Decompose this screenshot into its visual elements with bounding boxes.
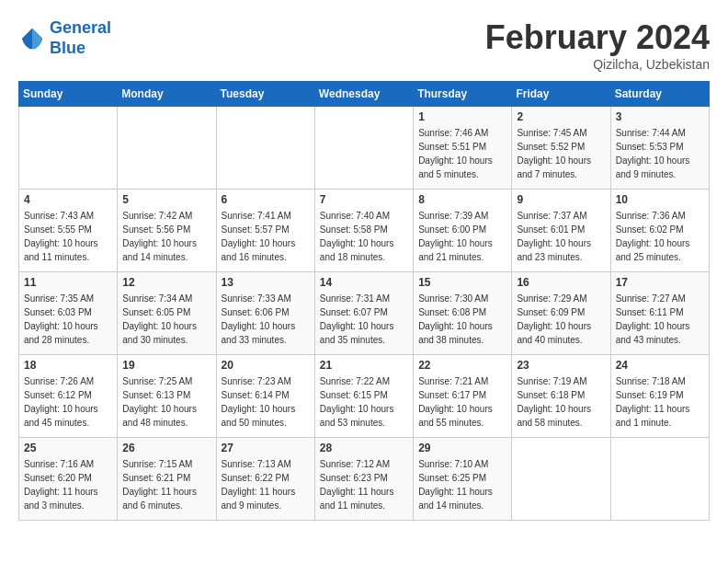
day-number: 14	[320, 276, 408, 289]
day-info: Sunrise: 7:27 AM Sunset: 6:11 PM Dayligh…	[616, 292, 704, 347]
calendar-cell: 8Sunrise: 7:39 AM Sunset: 6:00 PM Daylig…	[414, 190, 512, 272]
weekday-row: SundayMondayTuesdayWednesdayThursdayFrid…	[19, 82, 710, 107]
day-info: Sunrise: 7:23 AM Sunset: 6:14 PM Dayligh…	[222, 374, 310, 430]
calendar-cell: 21Sunrise: 7:22 AM Sunset: 6:15 PM Dayli…	[314, 355, 413, 438]
weekday-header: Tuesday	[216, 82, 314, 107]
day-number: 13	[222, 276, 310, 289]
weekday-header: Monday	[118, 82, 216, 107]
calendar-cell: 3Sunrise: 7:44 AM Sunset: 5:53 PM Daylig…	[610, 107, 709, 190]
day-info: Sunrise: 7:36 AM Sunset: 6:02 PM Dayligh…	[616, 209, 704, 264]
calendar-cell: 14Sunrise: 7:31 AM Sunset: 6:07 PM Dayli…	[314, 272, 413, 355]
day-info: Sunrise: 7:16 AM Sunset: 6:20 PM Dayligh…	[24, 457, 112, 512]
day-number: 3	[616, 110, 704, 123]
calendar-cell: 16Sunrise: 7:29 AM Sunset: 6:09 PM Dayli…	[512, 272, 610, 355]
day-info: Sunrise: 7:39 AM Sunset: 6:00 PM Dayligh…	[418, 209, 506, 264]
day-number: 23	[517, 359, 605, 372]
calendar-cell: 15Sunrise: 7:30 AM Sunset: 6:08 PM Dayli…	[414, 272, 512, 355]
day-number: 9	[517, 193, 605, 206]
day-info: Sunrise: 7:18 AM Sunset: 6:19 PM Dayligh…	[616, 374, 704, 430]
day-number: 26	[122, 442, 210, 454]
day-info: Sunrise: 7:13 AM Sunset: 6:22 PM Dayligh…	[222, 457, 310, 512]
calendar-header: SundayMondayTuesdayWednesdayThursdayFrid…	[19, 82, 710, 107]
day-number: 2	[517, 110, 605, 123]
title-block: February 2024 Qizilcha, Uzbekistan	[485, 18, 710, 72]
day-number: 15	[418, 276, 506, 289]
calendar-cell: 24Sunrise: 7:18 AM Sunset: 6:19 PM Dayli…	[610, 355, 709, 438]
day-info: Sunrise: 7:44 AM Sunset: 5:53 PM Dayligh…	[616, 126, 704, 181]
calendar-week-row: 4Sunrise: 7:43 AM Sunset: 5:55 PM Daylig…	[19, 190, 710, 272]
logo-text: General Blue	[50, 18, 111, 58]
day-number: 17	[616, 276, 704, 289]
weekday-header: Sunday	[19, 82, 118, 107]
day-info: Sunrise: 7:19 AM Sunset: 6:18 PM Dayligh…	[517, 374, 605, 430]
day-info: Sunrise: 7:41 AM Sunset: 5:57 PM Dayligh…	[222, 209, 310, 264]
day-info: Sunrise: 7:45 AM Sunset: 5:52 PM Dayligh…	[517, 126, 605, 181]
day-number: 8	[418, 193, 506, 206]
calendar-cell: 2Sunrise: 7:45 AM Sunset: 5:52 PM Daylig…	[512, 107, 610, 190]
day-info: Sunrise: 7:26 AM Sunset: 6:12 PM Dayligh…	[24, 374, 112, 430]
calendar-cell: 28Sunrise: 7:12 AM Sunset: 6:23 PM Dayli…	[314, 438, 413, 521]
day-number: 19	[122, 359, 210, 372]
weekday-header: Friday	[512, 82, 610, 107]
day-info: Sunrise: 7:29 AM Sunset: 6:09 PM Dayligh…	[517, 292, 605, 347]
calendar-cell	[118, 107, 216, 190]
weekday-header: Wednesday	[314, 82, 413, 107]
day-info: Sunrise: 7:21 AM Sunset: 6:17 PM Dayligh…	[418, 374, 506, 430]
calendar-table: SundayMondayTuesdayWednesdayThursdayFrid…	[18, 81, 710, 521]
day-number: 21	[320, 359, 408, 372]
day-number: 4	[24, 193, 112, 206]
logo-general: General	[50, 18, 111, 37]
day-number: 22	[418, 359, 506, 372]
day-number: 25	[24, 442, 112, 454]
calendar-cell: 13Sunrise: 7:33 AM Sunset: 6:06 PM Dayli…	[216, 272, 314, 355]
day-info: Sunrise: 7:22 AM Sunset: 6:15 PM Dayligh…	[320, 374, 408, 430]
day-number: 29	[418, 442, 506, 454]
day-info: Sunrise: 7:25 AM Sunset: 6:13 PM Dayligh…	[122, 374, 210, 430]
day-number: 28	[320, 442, 408, 454]
calendar-cell: 4Sunrise: 7:43 AM Sunset: 5:55 PM Daylig…	[19, 190, 118, 272]
calendar-cell	[216, 107, 314, 190]
day-number: 7	[320, 193, 408, 206]
day-number: 16	[517, 276, 605, 289]
calendar-cell: 9Sunrise: 7:37 AM Sunset: 6:01 PM Daylig…	[512, 190, 610, 272]
day-info: Sunrise: 7:34 AM Sunset: 6:05 PM Dayligh…	[122, 292, 210, 347]
logo: General Blue	[18, 18, 111, 58]
day-number: 24	[616, 359, 704, 372]
calendar-cell	[314, 107, 413, 190]
day-number: 27	[222, 442, 310, 454]
calendar-cell: 5Sunrise: 7:42 AM Sunset: 5:56 PM Daylig…	[118, 190, 216, 272]
calendar-cell: 20Sunrise: 7:23 AM Sunset: 6:14 PM Dayli…	[216, 355, 314, 438]
calendar-cell: 17Sunrise: 7:27 AM Sunset: 6:11 PM Dayli…	[610, 272, 709, 355]
day-info: Sunrise: 7:40 AM Sunset: 5:58 PM Dayligh…	[320, 209, 408, 264]
day-number: 18	[24, 359, 112, 372]
calendar-week-row: 11Sunrise: 7:35 AM Sunset: 6:03 PM Dayli…	[19, 272, 710, 355]
day-info: Sunrise: 7:15 AM Sunset: 6:21 PM Dayligh…	[122, 457, 210, 512]
calendar-cell	[512, 438, 610, 521]
calendar-cell: 11Sunrise: 7:35 AM Sunset: 6:03 PM Dayli…	[19, 272, 118, 355]
day-info: Sunrise: 7:12 AM Sunset: 6:23 PM Dayligh…	[320, 457, 408, 512]
calendar-cell: 6Sunrise: 7:41 AM Sunset: 5:57 PM Daylig…	[216, 190, 314, 272]
day-number: 20	[222, 359, 310, 372]
day-number: 11	[24, 276, 112, 289]
day-info: Sunrise: 7:31 AM Sunset: 6:07 PM Dayligh…	[320, 292, 408, 347]
calendar-cell: 29Sunrise: 7:10 AM Sunset: 6:25 PM Dayli…	[414, 438, 512, 521]
day-number: 6	[222, 193, 310, 206]
calendar-week-row: 18Sunrise: 7:26 AM Sunset: 6:12 PM Dayli…	[19, 355, 710, 438]
day-number: 1	[418, 110, 506, 123]
calendar-week-row: 25Sunrise: 7:16 AM Sunset: 6:20 PM Dayli…	[19, 438, 710, 521]
calendar-cell: 1Sunrise: 7:46 AM Sunset: 5:51 PM Daylig…	[414, 107, 512, 190]
calendar-week-row: 1Sunrise: 7:46 AM Sunset: 5:51 PM Daylig…	[19, 107, 710, 190]
day-info: Sunrise: 7:42 AM Sunset: 5:56 PM Dayligh…	[122, 209, 210, 264]
calendar-cell: 26Sunrise: 7:15 AM Sunset: 6:21 PM Dayli…	[118, 438, 216, 521]
calendar-cell	[610, 438, 709, 521]
logo-blue: Blue	[50, 39, 85, 57]
day-info: Sunrise: 7:10 AM Sunset: 6:25 PM Dayligh…	[418, 457, 506, 512]
day-info: Sunrise: 7:33 AM Sunset: 6:06 PM Dayligh…	[222, 292, 310, 347]
calendar-cell: 10Sunrise: 7:36 AM Sunset: 6:02 PM Dayli…	[610, 190, 709, 272]
weekday-header: Thursday	[414, 82, 512, 107]
calendar-cell: 22Sunrise: 7:21 AM Sunset: 6:17 PM Dayli…	[414, 355, 512, 438]
calendar-cell: 25Sunrise: 7:16 AM Sunset: 6:20 PM Dayli…	[19, 438, 118, 521]
day-number: 12	[122, 276, 210, 289]
calendar-cell: 27Sunrise: 7:13 AM Sunset: 6:22 PM Dayli…	[216, 438, 314, 521]
day-info: Sunrise: 7:30 AM Sunset: 6:08 PM Dayligh…	[418, 292, 506, 347]
